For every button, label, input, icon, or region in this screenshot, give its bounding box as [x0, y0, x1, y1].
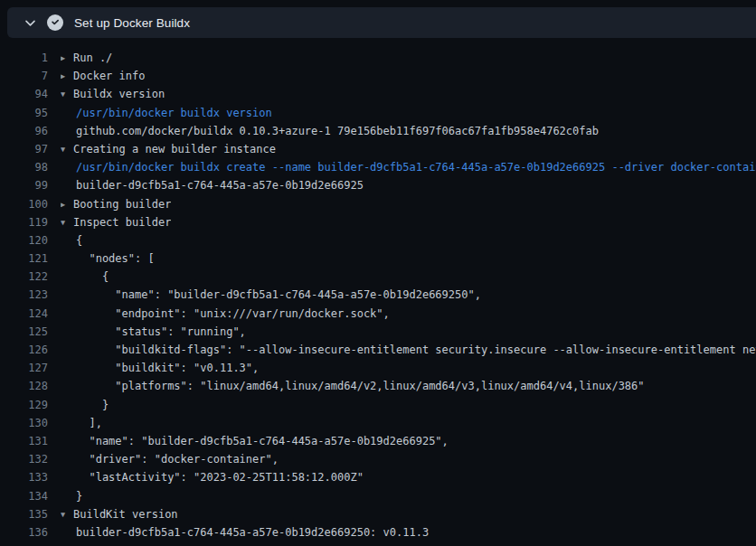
line-number[interactable]: 121: [0, 249, 48, 268]
group-toggle-arrow-icon[interactable]: ▼: [61, 85, 73, 103]
line-number[interactable]: 136: [0, 523, 48, 541]
log-line: 94 ▼Buildx version: [0, 85, 756, 103]
line-number[interactable]: 95: [0, 104, 48, 122]
log-text: "buildkit": "v0.11.3",: [61, 362, 259, 374]
log-text: /usr/bin/docker buildx create --name bui…: [61, 161, 756, 174]
log-line: 122 {: [0, 268, 756, 286]
log-text[interactable]: BuildKit version: [73, 508, 178, 521]
log-text: "lastActivity": "2023-02-25T11:58:12.000…: [61, 471, 364, 484]
line-number[interactable]: 120: [0, 231, 48, 249]
line-number[interactable]: 99: [0, 176, 48, 194]
log-line: 126 "buildkitd-flags": "--allow-insecure…: [0, 341, 756, 359]
group-toggle-arrow-icon[interactable]: ▼: [61, 505, 73, 523]
log-text[interactable]: Inspect builder: [73, 216, 171, 229]
chevron-down-icon[interactable]: [24, 16, 37, 30]
log-text: github.com/docker/buildx 0.10.3+azure-1 …: [61, 125, 599, 137]
log-text[interactable]: Booting builder: [73, 198, 171, 211]
log-text: ],: [61, 417, 102, 429]
log-line: 128 "platforms": "linux/amd64,linux/amd6…: [0, 377, 756, 395]
log-text: "name": "builder-d9cfb5a1-c764-445a-a57e…: [61, 435, 449, 447]
step-header[interactable]: Set up Docker Buildx: [7, 7, 756, 38]
log-text: "driver": "docker-container",: [61, 453, 279, 466]
log-text: builder-d9cfb5a1-c764-445a-a57e-0b19d2e6…: [61, 526, 429, 539]
log-line: 97 ▼Creating a new builder instance: [0, 140, 756, 158]
log-line: 123 "name": "builder-d9cfb5a1-c764-445a-…: [0, 286, 756, 304]
log-line: 127 "buildkit": "v0.11.3",: [0, 359, 756, 377]
line-number[interactable]: 135: [0, 505, 48, 523]
line-number[interactable]: 132: [0, 450, 48, 468]
line-number[interactable]: 119: [0, 213, 48, 231]
log-text: "name": "builder-d9cfb5a1-c764-445a-a57e…: [61, 288, 481, 301]
log-line: 133 "lastActivity": "2023-02-25T11:58:12…: [0, 468, 756, 486]
line-number[interactable]: 94: [0, 85, 48, 103]
line-number[interactable]: 133: [0, 468, 48, 486]
log-line: 125 "status": "running",: [0, 323, 756, 341]
log-line: 121 "nodes": [: [0, 249, 756, 268]
log-view: 1 ▶Run ./ 7 ▶Docker info 94 ▼Buildx vers…: [0, 49, 756, 541]
log-text: builder-d9cfb5a1-c764-445a-a57e-0b19d2e6…: [61, 179, 364, 192]
log-line: 7 ▶Docker info: [0, 67, 756, 85]
log-line: 119 ▼Inspect builder: [0, 213, 756, 231]
log-line: 1 ▶Run ./: [0, 49, 756, 67]
line-number[interactable]: 127: [0, 359, 48, 377]
line-number[interactable]: 134: [0, 487, 48, 505]
log-line: 135 ▼BuildKit version: [0, 505, 756, 523]
log-text[interactable]: Run ./: [73, 52, 112, 64]
log-line: 132 "driver": "docker-container",: [0, 450, 756, 468]
log-text: }: [61, 399, 109, 411]
group-toggle-arrow-icon[interactable]: ▶: [61, 67, 73, 85]
group-toggle-arrow-icon[interactable]: ▼: [61, 213, 73, 231]
step-title: Set up Docker Buildx: [74, 16, 190, 30]
line-number[interactable]: 129: [0, 396, 48, 414]
group-toggle-arrow-icon[interactable]: ▼: [61, 140, 73, 158]
log-line: 130 ],: [0, 414, 756, 432]
check-circle-icon: [47, 14, 63, 31]
log-line: 98 /usr/bin/docker buildx create --name …: [0, 158, 756, 176]
log-text: "nodes": [: [61, 252, 155, 265]
log-text: "platforms": "linux/amd64,linux/amd64/v2…: [61, 380, 645, 392]
line-number[interactable]: 124: [0, 305, 48, 323]
log-line: 134 }: [0, 487, 756, 505]
log-line: 120 {: [0, 231, 756, 249]
line-number[interactable]: 1: [0, 49, 48, 67]
log-text: "endpoint": "unix:///var/run/docker.sock…: [61, 307, 390, 320]
log-line: 99 builder-d9cfb5a1-c764-445a-a57e-0b19d…: [0, 176, 756, 194]
line-number[interactable]: 131: [0, 432, 48, 450]
group-toggle-arrow-icon[interactable]: ▶: [61, 195, 73, 213]
line-number[interactable]: 126: [0, 341, 48, 359]
line-number[interactable]: 7: [0, 67, 48, 85]
log-text: }: [61, 490, 82, 503]
line-number[interactable]: 96: [0, 122, 48, 140]
log-text: {: [61, 270, 109, 283]
log-text: /usr/bin/docker buildx version: [61, 107, 272, 119]
log-line: 95 /usr/bin/docker buildx version: [0, 104, 756, 122]
line-number[interactable]: 125: [0, 323, 48, 341]
log-text[interactable]: Docker info: [73, 70, 145, 82]
log-text: "status": "running",: [61, 325, 246, 338]
line-number[interactable]: 122: [0, 268, 48, 286]
group-toggle-arrow-icon[interactable]: ▶: [61, 49, 73, 67]
log-line: 136 builder-d9cfb5a1-c764-445a-a57e-0b19…: [0, 523, 756, 541]
line-number[interactable]: 97: [0, 140, 48, 158]
log-text: "buildkitd-flags": "--allow-insecure-ent…: [61, 344, 756, 356]
log-text[interactable]: Buildx version: [73, 88, 165, 100]
log-line: 129 }: [0, 396, 756, 414]
log-line: 131 "name": "builder-d9cfb5a1-c764-445a-…: [0, 432, 756, 450]
log-text: {: [61, 234, 82, 247]
log-text[interactable]: Creating a new builder instance: [73, 143, 276, 155]
line-number[interactable]: 98: [0, 158, 48, 176]
log-line: 96 github.com/docker/buildx 0.10.3+azure…: [0, 122, 756, 140]
line-number[interactable]: 100: [0, 195, 48, 213]
line-number[interactable]: 128: [0, 377, 48, 395]
line-number[interactable]: 130: [0, 414, 48, 432]
line-number[interactable]: 123: [0, 286, 48, 304]
log-line: 124 "endpoint": "unix:///var/run/docker.…: [0, 305, 756, 323]
log-line: 100 ▶Booting builder: [0, 195, 756, 213]
